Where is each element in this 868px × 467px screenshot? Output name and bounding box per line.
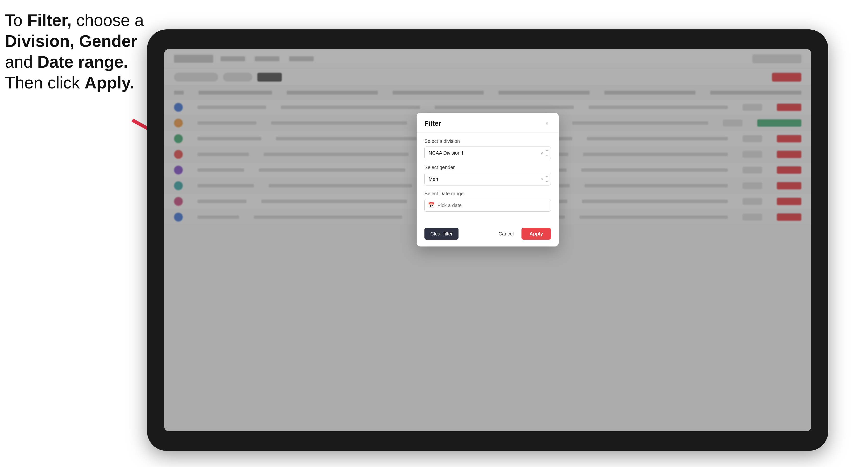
date-input-wrapper: 📅 <box>425 199 551 212</box>
apply-button[interactable]: Apply <box>522 228 551 240</box>
date-label: Select Date range <box>425 191 551 196</box>
gender-select-wrapper: Men × ⌃⌄ <box>425 173 551 185</box>
division-select[interactable]: NCAA Division I <box>425 147 551 159</box>
gender-clear-icon[interactable]: × <box>541 177 544 181</box>
clear-filter-button[interactable]: Clear filter <box>425 228 459 240</box>
gender-label: Select gender <box>425 165 551 170</box>
division-clear-icon[interactable]: × <box>541 151 544 155</box>
division-arrow-icon: ⌃⌄ <box>546 150 549 156</box>
cancel-button[interactable]: Cancel <box>493 228 520 240</box>
gender-select-controls: × ⌃⌄ <box>541 176 549 183</box>
modal-close-button[interactable]: × <box>543 120 551 127</box>
division-label: Select a division <box>425 138 551 144</box>
division-form-group: Select a division NCAA Division I × ⌃⌄ <box>425 138 551 159</box>
tablet-frame: Filter × Select a division NCAA Division… <box>147 29 828 451</box>
division-select-wrapper: NCAA Division I × ⌃⌄ <box>425 147 551 159</box>
tablet-screen: Filter × Select a division NCAA Division… <box>164 49 811 431</box>
instruction-bold2: Division, Gender <box>5 32 137 50</box>
instruction-text: To Filter, choose a Division, Gender and… <box>5 10 147 93</box>
modal-overlay: Filter × Select a division NCAA Division… <box>164 49 811 431</box>
modal-body: Select a division NCAA Division I × ⌃⌄ <box>416 132 559 223</box>
instruction-line3: and Date range. <box>5 53 128 71</box>
instruction-line1: To Filter, choose a <box>5 11 144 29</box>
calendar-icon: 📅 <box>428 202 434 209</box>
date-range-input[interactable] <box>425 199 551 212</box>
gender-select[interactable]: Men <box>425 173 551 185</box>
instruction-line4: Then click Apply. <box>5 73 134 92</box>
modal-header: Filter × <box>416 113 559 132</box>
filter-modal: Filter × Select a division NCAA Division… <box>416 113 559 247</box>
date-form-group: Select Date range 📅 <box>425 191 551 212</box>
gender-form-group: Select gender Men × ⌃⌄ <box>425 165 551 185</box>
modal-footer: Clear filter Cancel Apply <box>416 223 559 247</box>
modal-title: Filter <box>425 120 441 127</box>
division-select-controls: × ⌃⌄ <box>541 150 549 156</box>
gender-arrow-icon: ⌃⌄ <box>546 176 549 183</box>
footer-right-buttons: Cancel Apply <box>493 228 551 240</box>
